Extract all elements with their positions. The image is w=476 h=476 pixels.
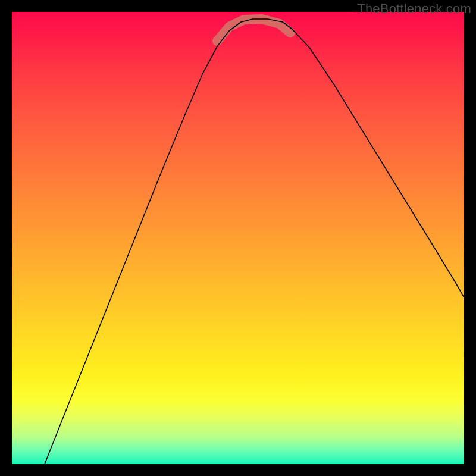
bottleneck-curve bbox=[45, 19, 464, 464]
curve-layer bbox=[12, 12, 464, 464]
plot-area bbox=[12, 12, 464, 464]
watermark-text: TheBottleneck.com bbox=[357, 1, 471, 17]
chart-frame: TheBottleneck.com bbox=[0, 0, 476, 476]
valley-bump bbox=[217, 19, 290, 41]
